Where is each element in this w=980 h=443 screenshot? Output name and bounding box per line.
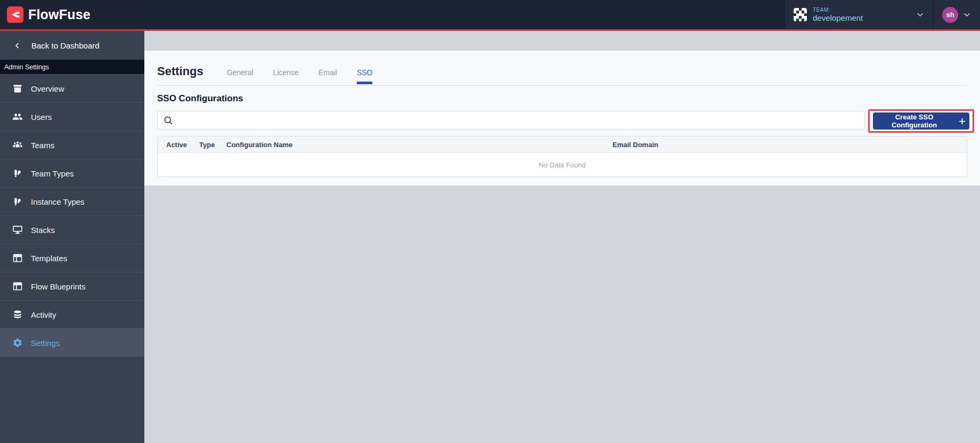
back-to-dashboard[interactable]: Back to Dashboard [0, 31, 144, 60]
search-input[interactable] [178, 116, 859, 125]
page-header: Settings General License Email SSO [157, 51, 967, 86]
column-header-type: Type [199, 141, 226, 149]
sidebar-item-overview[interactable]: Overview [0, 74, 144, 102]
tab-sso[interactable]: SSO [357, 68, 373, 77]
sidebar-item-templates[interactable]: Templates [0, 244, 144, 272]
brand-name: FlowFuse [28, 7, 91, 22]
brand-logo[interactable]: FlowFuse [0, 0, 91, 29]
column-header-active: Active [166, 141, 199, 149]
team-avatar-icon [794, 8, 807, 21]
chevron-down-icon [963, 11, 971, 19]
team-selector[interactable]: TEAM: developement [785, 0, 933, 29]
search-icon [163, 115, 174, 126]
sidebar-item-teams[interactable]: Teams [0, 131, 144, 159]
tab-email[interactable]: Email [318, 68, 337, 77]
users-icon [12, 111, 23, 122]
topbar: FlowFuse TEAM: [0, 0, 980, 31]
page-title: Settings [157, 65, 203, 78]
sidebar-item-settings[interactable]: Settings [0, 328, 144, 357]
sidebar-item-label: Settings [31, 339, 60, 348]
sidebar-item-instance-types[interactable]: Instance Types [0, 187, 144, 215]
sidebar-item-label: Instance Types [31, 197, 85, 206]
column-header-configuration-name: Configuration Name [226, 141, 612, 149]
activity-icon [12, 309, 23, 320]
table-empty-state: No Data Found [158, 153, 967, 176]
team-text: TEAM: developement [813, 7, 863, 22]
column-header-email-domain: Email Domain [612, 141, 967, 149]
section-title: SSO Configurations [157, 93, 967, 104]
flowfuse-logo-icon [7, 6, 23, 23]
teams-icon [12, 140, 23, 150]
sidebar-item-label: Users [31, 112, 52, 122]
sidebar-item-label: Flow Blueprints [31, 282, 86, 291]
overview-icon [12, 83, 23, 94]
instance-types-icon [12, 196, 23, 207]
settings-icon [12, 337, 23, 348]
stacks-icon [12, 224, 23, 235]
search-box [157, 111, 865, 130]
flow-blueprints-icon [12, 281, 23, 292]
create-sso-configuration-button[interactable]: Create SSO Configuration [873, 112, 969, 130]
tab-license[interactable]: License [273, 68, 299, 77]
admin-settings-header: Admin Settings [0, 60, 144, 74]
sidebar-item-users[interactable]: Users [0, 102, 144, 131]
back-label: Back to Dashboard [31, 41, 100, 50]
sidebar-item-label: Stacks [31, 225, 55, 235]
sidebar-item-activity[interactable]: Activity [0, 300, 144, 328]
sidebar-item-label: Team Types [31, 169, 74, 178]
app-screen: FlowFuse TEAM: [0, 0, 980, 443]
sso-configurations-table: Active Type Configuration Name Email Dom… [157, 136, 967, 177]
sidebar-item-label: Templates [31, 254, 67, 263]
team-name: developement [813, 13, 863, 22]
team-types-icon [12, 168, 23, 179]
main-area: Settings General License Email SSO SSO C… [144, 31, 980, 443]
team-label: TEAM: [813, 7, 863, 13]
sidebar-item-team-types[interactable]: Team Types [0, 159, 144, 187]
annotation-highlight-box: Create SSO Configuration [868, 109, 974, 133]
sidebar-item-label: Overview [31, 84, 64, 93]
sidebar: Back to Dashboard Admin Settings Overvie… [0, 31, 144, 443]
chevron-down-icon [916, 11, 924, 19]
table-header-row: Active Type Configuration Name Email Dom… [158, 136, 967, 153]
create-button-label: Create SSO Configuration [876, 113, 952, 129]
chevron-left-icon [13, 42, 21, 50]
settings-tabs: General License Email SSO [227, 68, 373, 77]
user-menu[interactable]: sh [933, 0, 980, 29]
sidebar-item-label: Activity [31, 310, 56, 319]
user-avatar: sh [942, 7, 958, 23]
tab-general[interactable]: General [227, 68, 254, 77]
sidebar-item-flow-blueprints[interactable]: Flow Blueprints [0, 272, 144, 300]
templates-icon [12, 253, 23, 263]
toolbar: Create SSO Configuration [157, 111, 967, 133]
sidebar-item-label: Teams [31, 141, 54, 150]
plus-icon [958, 117, 966, 125]
content-panel: Settings General License Email SSO SSO C… [144, 51, 980, 186]
sidebar-item-stacks[interactable]: Stacks [0, 215, 144, 244]
topbar-right: TEAM: developement sh [785, 0, 980, 29]
